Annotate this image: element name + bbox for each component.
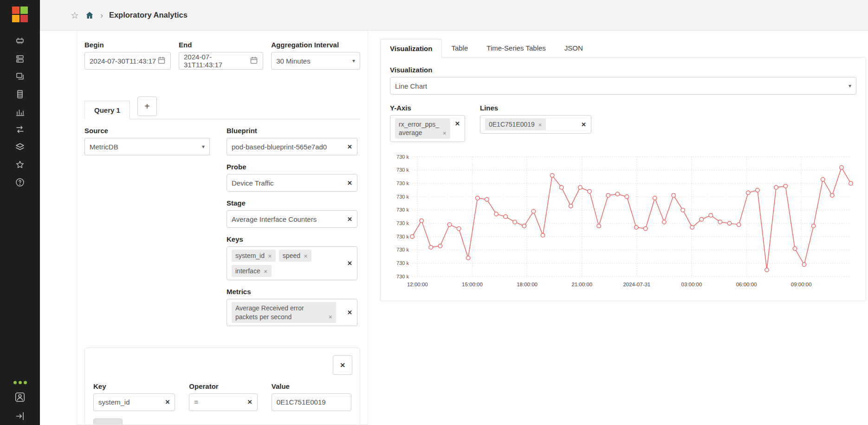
svg-text:12:00:00: 12:00:00 bbox=[407, 282, 428, 287]
filter-operator-value: = bbox=[194, 398, 198, 406]
remove-filter-button[interactable]: ✕ bbox=[333, 355, 352, 375]
key-chip[interactable]: speed✕ bbox=[279, 250, 311, 262]
nav-help[interactable] bbox=[14, 176, 26, 188]
add-query-button[interactable]: + bbox=[137, 97, 157, 116]
nav-devices[interactable] bbox=[14, 35, 26, 47]
clear-icon[interactable]: ✕ bbox=[347, 180, 352, 186]
chevron-down-icon: ▾ bbox=[202, 143, 205, 150]
user-menu[interactable] bbox=[14, 391, 26, 403]
svg-text:730 k: 730 k bbox=[396, 234, 409, 239]
line-chip[interactable]: 0E1C751E0019✕ bbox=[485, 118, 546, 130]
key-chip[interactable]: interface✕ bbox=[232, 265, 272, 277]
breadcrumb-separator-icon: › bbox=[100, 11, 103, 19]
metrics-group: Metrics Average Received error packets p… bbox=[227, 288, 357, 326]
tab-query-1[interactable]: Query 1 bbox=[84, 101, 130, 119]
clear-icon[interactable]: ✕ bbox=[347, 216, 352, 222]
nav-blueprints[interactable] bbox=[14, 71, 26, 83]
visualization-type-select[interactable]: Line Chart ▾ bbox=[390, 77, 856, 95]
svg-text:730 k: 730 k bbox=[396, 180, 409, 186]
aggregation-select[interactable]: 30 Minutes ▾ bbox=[271, 52, 360, 70]
nav-favorites[interactable] bbox=[14, 159, 26, 171]
page-title: Exploratory Analytics bbox=[109, 11, 188, 19]
y-axis-field[interactable]: rx_error_pps_average✕ ✕ bbox=[390, 115, 465, 142]
clear-icon[interactable]: ✕ bbox=[347, 144, 352, 150]
clear-icon[interactable]: ✕ bbox=[581, 122, 586, 128]
clear-icon[interactable]: ✕ bbox=[347, 309, 352, 316]
remove-icon[interactable]: ✕ bbox=[304, 253, 308, 260]
line-chart-svg[interactable]: 730 k730 k730 k730 k730 k730 k730 k730 k… bbox=[390, 152, 856, 292]
tab-visualization[interactable]: Visualization bbox=[380, 39, 442, 58]
calendar-icon[interactable] bbox=[250, 56, 258, 66]
nav-resources[interactable] bbox=[14, 141, 26, 153]
svg-text:730 k: 730 k bbox=[396, 207, 409, 213]
y-axis-chip[interactable]: rx_error_pps_average✕ bbox=[395, 118, 450, 139]
line-chart[interactable]: 730 k730 k730 k730 k730 k730 k730 k730 k… bbox=[390, 152, 856, 292]
logo-square-1 bbox=[12, 6, 19, 14]
nav-racks[interactable] bbox=[14, 88, 26, 100]
chevron-down-icon: ▾ bbox=[849, 83, 851, 89]
filter-operator-field[interactable]: = ✕ bbox=[189, 393, 257, 411]
probe-group: Probe Device Traffic ✕ bbox=[227, 163, 357, 192]
clear-icon[interactable]: ✕ bbox=[347, 260, 352, 266]
clear-icon[interactable]: ✕ bbox=[455, 121, 460, 127]
y-axis-label: Y-Axis bbox=[390, 104, 465, 112]
filter-key-group: Key system_id ✕ bbox=[93, 382, 175, 411]
remove-icon[interactable]: ✕ bbox=[328, 314, 332, 321]
crossed-arrows-icon bbox=[15, 124, 25, 135]
begin-label: Begin bbox=[84, 41, 171, 49]
remove-icon[interactable]: ✕ bbox=[442, 130, 447, 137]
filter-key-label: Key bbox=[93, 382, 175, 390]
query-form: Source MetricDB ▾ Blueprint pod-based-bl… bbox=[84, 127, 360, 334]
tab-json[interactable]: JSON bbox=[555, 39, 592, 57]
nav-services[interactable] bbox=[14, 53, 26, 65]
stage-label: Stage bbox=[227, 199, 357, 207]
begin-datetime-input[interactable]: 2024-07-30T11:43:17 bbox=[84, 52, 171, 70]
logo-square-2 bbox=[20, 6, 28, 14]
add-filter-button[interactable]: Add bbox=[93, 419, 123, 425]
more-menu[interactable] bbox=[13, 381, 27, 384]
remove-icon[interactable]: ✕ bbox=[264, 269, 268, 276]
clear-icon[interactable]: ✕ bbox=[247, 399, 253, 405]
keys-field[interactable]: system_id✕ speed✕ interface✕ ✕ bbox=[227, 246, 357, 280]
sidebar-nav bbox=[14, 35, 26, 188]
axis-controls: Y-Axis rx_error_pps_average✕ ✕ Lines 0E1… bbox=[390, 104, 856, 142]
end-group: End 2024-07-31T11:43:17 bbox=[179, 41, 263, 70]
key-chip[interactable]: system_id✕ bbox=[232, 250, 276, 262]
sidebar bbox=[0, 0, 40, 425]
filter-fields: Key system_id ✕ Operator = ✕ bbox=[93, 382, 351, 411]
metrics-field[interactable]: Average Received error packets per secon… bbox=[227, 299, 357, 326]
blueprint-field[interactable]: pod-based-blueprint-565e7ad0 ✕ bbox=[227, 138, 357, 155]
lines-field[interactable]: 0E1C751E0019✕ ✕ bbox=[480, 115, 591, 134]
home-icon[interactable] bbox=[85, 11, 94, 20]
tab-table[interactable]: Table bbox=[442, 39, 477, 57]
remove-icon[interactable]: ✕ bbox=[268, 253, 272, 260]
metrics-label: Metrics bbox=[227, 288, 357, 296]
blueprint-label: Blueprint bbox=[227, 127, 357, 135]
logout-button[interactable] bbox=[14, 410, 26, 422]
filter-key-field[interactable]: system_id ✕ bbox=[93, 393, 175, 411]
nav-analytics[interactable] bbox=[14, 106, 26, 118]
probe-field[interactable]: Device Traffic ✕ bbox=[227, 174, 357, 192]
tab-time-series-tables[interactable]: Time-Series Tables bbox=[477, 39, 555, 57]
chevron-down-icon: ▾ bbox=[352, 58, 355, 64]
device-icon bbox=[15, 36, 25, 46]
source-select[interactable]: MetricDB ▾ bbox=[84, 138, 210, 155]
remove-icon[interactable]: ✕ bbox=[538, 122, 542, 129]
filter-panel: ✕ Key system_id ✕ Operator = bbox=[84, 348, 360, 425]
stage-group: Stage Average Interface Counters ✕ bbox=[227, 199, 357, 228]
content: Begin 2024-07-30T11:43:17 End 2024-07-31… bbox=[40, 31, 868, 425]
nav-probes[interactable] bbox=[14, 123, 26, 135]
blueprints-icon bbox=[15, 71, 25, 82]
favorite-star-icon[interactable]: ☆ bbox=[71, 11, 79, 20]
probe-value: Device Traffic bbox=[232, 179, 274, 187]
app-logo[interactable] bbox=[12, 6, 28, 22]
probe-label: Probe bbox=[227, 163, 357, 171]
clear-icon[interactable]: ✕ bbox=[165, 399, 170, 405]
stage-field[interactable]: Average Interface Counters ✕ bbox=[227, 210, 357, 228]
svg-text:09:00:00: 09:00:00 bbox=[791, 282, 812, 287]
filter-value-input[interactable]: 0E1C751E0019 bbox=[272, 393, 351, 411]
metric-chip[interactable]: Average Received error packets per secon… bbox=[232, 302, 336, 322]
end-datetime-input[interactable]: 2024-07-31T11:43:17 bbox=[179, 52, 263, 70]
logout-icon bbox=[14, 411, 26, 422]
calendar-icon[interactable] bbox=[157, 56, 166, 66]
